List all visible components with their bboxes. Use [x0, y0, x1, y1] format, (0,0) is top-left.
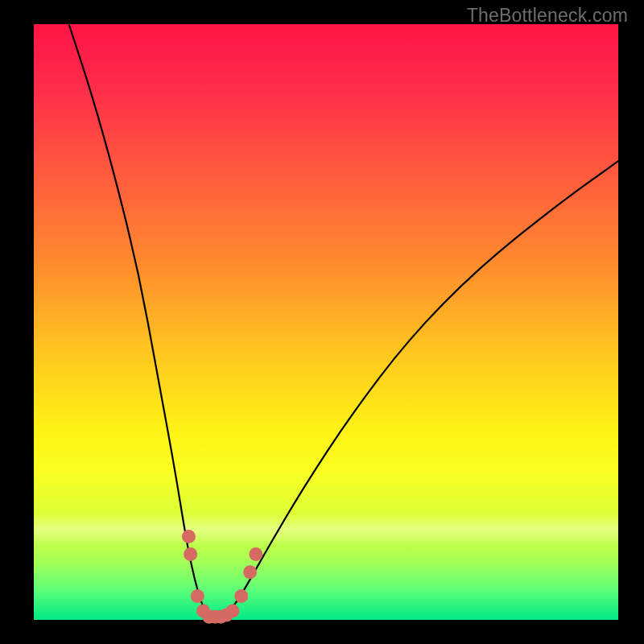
plot-area [34, 24, 618, 620]
sample-dot [191, 589, 204, 603]
chart-container: TheBottleneck.com [0, 0, 644, 644]
curve-layer [34, 24, 618, 620]
sample-dot [234, 589, 248, 603]
sample-dot [184, 547, 197, 561]
sample-dot [243, 565, 257, 579]
sample-dot [225, 604, 239, 617]
watermark-text: TheBottleneck.com [467, 5, 628, 27]
bottleneck-curve [69, 24, 618, 620]
sample-dot [249, 547, 262, 561]
sample-dot [182, 530, 196, 543]
